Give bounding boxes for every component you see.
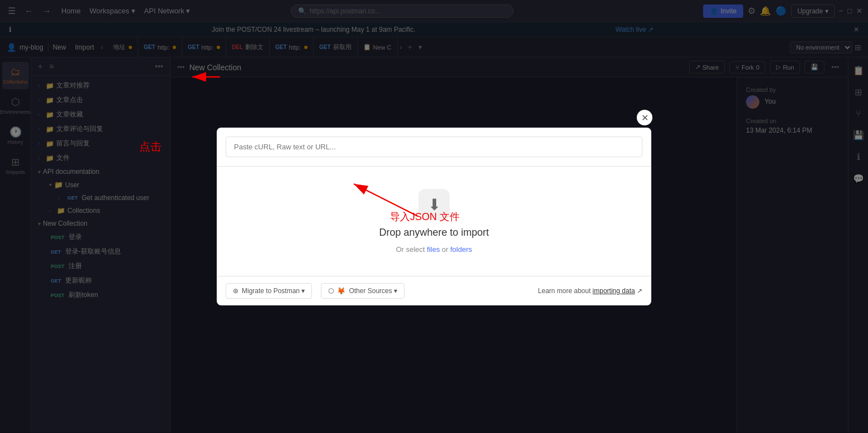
- drop-title: Drop anywhere to import: [379, 227, 489, 239]
- gitlab-icon: 🦊: [337, 287, 345, 295]
- modal-footer: ⊛ Migrate to Postman ▾ ⬡ 🦊 Other Sources…: [217, 276, 651, 305]
- curl-input[interactable]: [226, 137, 642, 157]
- modal-input-area: [217, 128, 651, 167]
- drop-subtitle-prefix: Or select: [396, 245, 427, 254]
- modal-close-button[interactable]: ✕: [637, 110, 652, 125]
- modal-container: ⬇ Drop anywhere to import Or select file…: [217, 128, 651, 305]
- drop-folders-link[interactable]: folders: [450, 245, 472, 254]
- drop-subtitle: Or select files or folders: [396, 245, 472, 254]
- importing-data-link[interactable]: importing data: [593, 287, 635, 295]
- import-modal-overlay: ⬇ Drop anywhere to import Or select file…: [0, 0, 868, 433]
- migrate-button[interactable]: ⊛ Migrate to Postman ▾: [226, 283, 312, 299]
- drop-or: or: [440, 245, 450, 254]
- migrate-icon: ⊛: [233, 287, 238, 295]
- learn-more: Learn more about importing data ↗: [538, 287, 642, 295]
- drop-icon: ⬇: [418, 189, 450, 220]
- github-icon: ⬡: [328, 287, 334, 295]
- drop-files-link[interactable]: files: [427, 245, 440, 254]
- import-modal: ⬇ Drop anywhere to import Or select file…: [217, 128, 651, 305]
- modal-drop-area: ⬇ Drop anywhere to import Or select file…: [217, 167, 651, 276]
- other-sources-button[interactable]: ⬡ 🦊 Other Sources ▾: [321, 283, 404, 299]
